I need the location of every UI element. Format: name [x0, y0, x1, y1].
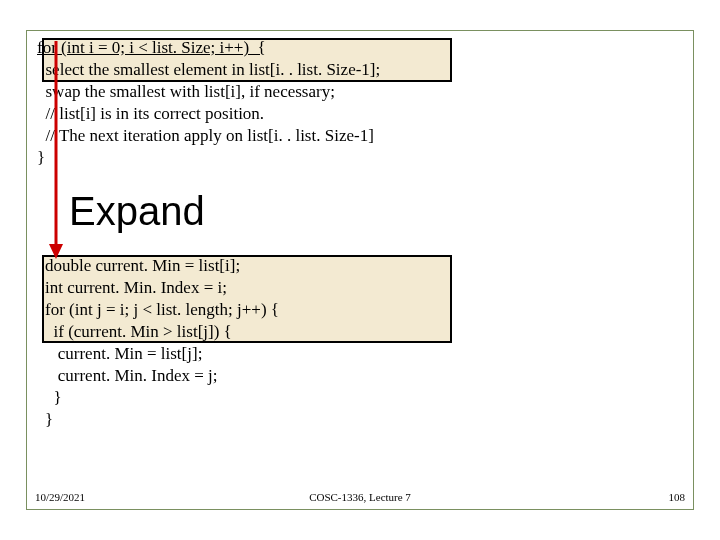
- slide-frame: for (int i = 0; i < list. Size; i++) { s…: [26, 30, 694, 510]
- code-line: for (int j = i; j < list. length; j++) {: [45, 299, 279, 321]
- code-line: if (current. Min > list[j]) {: [45, 321, 279, 343]
- code-line: // list[i] is in its correct position.: [37, 103, 380, 125]
- slide-content: for (int i = 0; i < list. Size; i++) { s…: [27, 31, 693, 509]
- code-line: current. Min. Index = j;: [45, 365, 279, 387]
- code-line: }: [45, 409, 279, 431]
- code-line: }: [37, 147, 380, 169]
- footer-page-number: 108: [669, 491, 686, 503]
- code-line: int current. Min. Index = i;: [45, 277, 279, 299]
- footer-center: COSC-1336, Lecture 7: [27, 491, 693, 503]
- code-line: double current. Min = list[i];: [45, 255, 279, 277]
- code-line: // The next iteration apply on list[i. .…: [37, 125, 380, 147]
- top-code-block: for (int i = 0; i < list. Size; i++) { s…: [37, 37, 380, 169]
- bottom-code-block: double current. Min = list[i]; int curre…: [45, 255, 279, 431]
- code-line: swap the smallest with list[i], if neces…: [37, 81, 380, 103]
- code-line: }: [45, 387, 279, 409]
- code-line: select the smallest element in list[i. .…: [37, 59, 380, 81]
- expand-arrow-icon: [46, 41, 66, 259]
- code-line: current. Min = list[j];: [45, 343, 279, 365]
- code-line: for (int i = 0; i < list. Size; i++) {: [37, 37, 380, 59]
- svg-marker-1: [49, 244, 63, 259]
- expand-heading: Expand: [69, 189, 205, 234]
